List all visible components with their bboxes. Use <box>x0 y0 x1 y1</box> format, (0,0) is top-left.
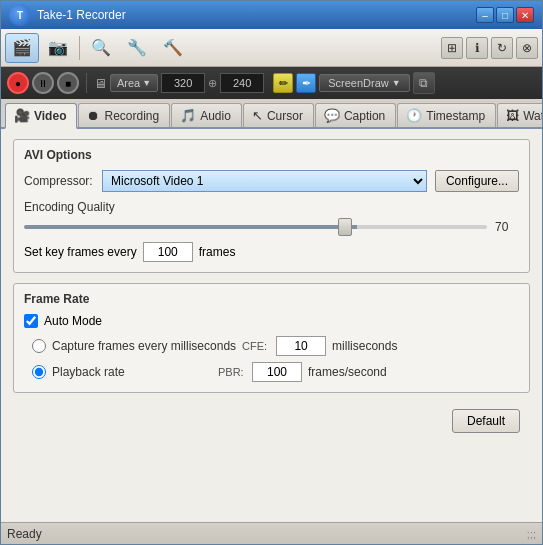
screenshot-button[interactable]: 📷 <box>41 33 75 63</box>
maximize-button[interactable]: □ <box>496 7 514 23</box>
title-bar-left: T Take-1 Recorder <box>9 4 126 26</box>
video-tab-icon: 🎥 <box>14 108 30 123</box>
capture-value-input[interactable] <box>276 336 326 356</box>
toolbar-right-icon3[interactable]: ↻ <box>491 37 513 59</box>
status-dots: ;;; <box>527 528 536 540</box>
capture-radio[interactable] <box>32 339 46 353</box>
tab-caption[interactable]: 💬 Caption <box>315 103 396 127</box>
status-bar: Ready ;;; <box>1 522 542 544</box>
tab-timestamp[interactable]: 🕐 Timestamp <box>397 103 496 127</box>
toolbar-right-icon4[interactable]: ⊗ <box>516 37 538 59</box>
settings-button[interactable]: 🔧 <box>120 33 154 63</box>
compressor-row: Compressor: Microsoft Video 1 Configure.… <box>24 170 519 192</box>
content-area: AVI Options Compressor: Microsoft Video … <box>1 129 542 522</box>
status-text: Ready <box>7 527 42 541</box>
capture-radio-row: Capture frames every milliseconds CFE: m… <box>32 336 519 356</box>
monitor-icon[interactable]: 🖥 <box>94 76 107 91</box>
pen-button[interactable]: ✒ <box>296 73 316 93</box>
tools-button[interactable]: 🔨 <box>156 33 190 63</box>
main-content: AVI Options Compressor: Microsoft Video … <box>1 129 542 522</box>
extra-icon[interactable]: ⧉ <box>413 72 435 94</box>
video-tab-label: Video <box>34 109 66 123</box>
auto-mode-label: Auto Mode <box>44 314 102 328</box>
keyframes-input[interactable] <box>143 242 193 262</box>
tab-cursor[interactable]: ↖ Cursor <box>243 103 314 127</box>
playback-unit: frames/second <box>308 365 387 379</box>
recording-tab-label: Recording <box>104 109 159 123</box>
caption-tab-icon: 💬 <box>324 108 340 123</box>
separator <box>79 36 80 60</box>
bottom-bar: Default <box>13 403 530 439</box>
frame-rate-title: Frame Rate <box>24 292 519 306</box>
tab-audio[interactable]: 🎵 Audio <box>171 103 242 127</box>
auto-mode-checkbox[interactable] <box>24 314 38 328</box>
area-label: Area <box>117 77 140 89</box>
tab-recording[interactable]: ⏺ Recording <box>78 103 170 127</box>
toolbar2: ● ⏸ ■ 🖥 Area ▼ ⊕ ✏ ✒ ScreenDraw ▼ ⧉ <box>1 67 542 99</box>
watermark-tab-label: Watermark <box>523 109 543 123</box>
tab-video[interactable]: 🎥 Video <box>5 103 77 129</box>
window-title: Take-1 Recorder <box>37 8 126 22</box>
dimension-x: ⊕ <box>208 77 217 90</box>
caption-tab-label: Caption <box>344 109 385 123</box>
toolbar1: 🎬 📷 🔍 🔧 🔨 ⊞ ℹ ↻ ⊗ <box>1 29 542 67</box>
capture-unit: milliseconds <box>332 339 397 353</box>
minimize-button[interactable]: – <box>476 7 494 23</box>
playback-label: Playback rate <box>52 365 212 379</box>
main-window: T Take-1 Recorder – □ ✕ 🎬 📷 🔍 🔧 🔨 ⊞ ℹ ↻ … <box>0 0 543 545</box>
radio-group: Capture frames every milliseconds CFE: m… <box>32 336 519 382</box>
quality-value: 70 <box>495 220 519 234</box>
timestamp-tab-icon: 🕐 <box>406 108 422 123</box>
playback-value-input[interactable] <box>252 362 302 382</box>
screendraw-dropdown-icon: ▼ <box>392 78 401 88</box>
window-controls: – □ ✕ <box>476 7 534 23</box>
screendraw-button[interactable]: ScreenDraw ▼ <box>319 74 409 92</box>
app-icon: T <box>9 4 31 26</box>
area-button[interactable]: Area ▼ <box>110 74 158 92</box>
compressor-select[interactable]: Microsoft Video 1 <box>102 170 427 192</box>
stop-button[interactable]: ■ <box>57 72 79 94</box>
audio-tab-icon: 🎵 <box>180 108 196 123</box>
frame-rate-section: Frame Rate Auto Mode Capture frames ever… <box>13 283 530 393</box>
watermark-tab-icon: 🖼 <box>506 108 519 123</box>
cursor-tab-label: Cursor <box>267 109 303 123</box>
width-input[interactable] <box>161 73 205 93</box>
playback-radio-row: Playback rate PBR: frames/second <box>32 362 519 382</box>
keyframes-row: Set key frames every frames <box>24 242 519 262</box>
audio-tab-label: Audio <box>200 109 231 123</box>
cursor-tab-icon: ↖ <box>252 108 263 123</box>
compressor-label: Compressor: <box>24 174 94 188</box>
pause-button[interactable]: ⏸ <box>32 72 54 94</box>
recording-tab-icon: ⏺ <box>87 108 100 123</box>
video-mode-button[interactable]: 🎬 <box>5 33 39 63</box>
playback-abbr: PBR: <box>218 366 246 378</box>
screendraw-icon[interactable]: ✏ <box>273 73 293 93</box>
capture-abbr: CFE: <box>242 340 270 352</box>
area-dropdown-icon: ▼ <box>142 78 151 88</box>
capture-label: Capture frames every milliseconds <box>52 339 236 353</box>
timestamp-tab-label: Timestamp <box>426 109 485 123</box>
record-button[interactable]: ● <box>7 72 29 94</box>
avi-section-title: AVI Options <box>24 148 519 162</box>
keyframes-unit: frames <box>199 245 236 259</box>
search-button[interactable]: 🔍 <box>84 33 118 63</box>
screendraw-label: ScreenDraw <box>328 77 389 89</box>
close-button[interactable]: ✕ <box>516 7 534 23</box>
quality-slider[interactable] <box>24 225 487 229</box>
height-input[interactable] <box>220 73 264 93</box>
configure-button[interactable]: Configure... <box>435 170 519 192</box>
quality-slider-row: 70 <box>24 220 519 234</box>
tabs-bar: 🎥 Video ⏺ Recording 🎵 Audio ↖ Cursor 💬 C… <box>1 99 542 129</box>
tab-watermark[interactable]: 🖼 Watermark <box>497 103 543 127</box>
encoding-quality-label: Encoding Quality <box>24 200 519 214</box>
title-bar: T Take-1 Recorder – □ ✕ <box>1 1 542 29</box>
toolbar-right-icon1[interactable]: ⊞ <box>441 37 463 59</box>
avi-options-section: AVI Options Compressor: Microsoft Video … <box>13 139 530 273</box>
auto-mode-row: Auto Mode <box>24 314 519 328</box>
toolbar-right-icon2[interactable]: ℹ <box>466 37 488 59</box>
default-button[interactable]: Default <box>452 409 520 433</box>
keyframes-label: Set key frames every <box>24 245 137 259</box>
playback-radio[interactable] <box>32 365 46 379</box>
